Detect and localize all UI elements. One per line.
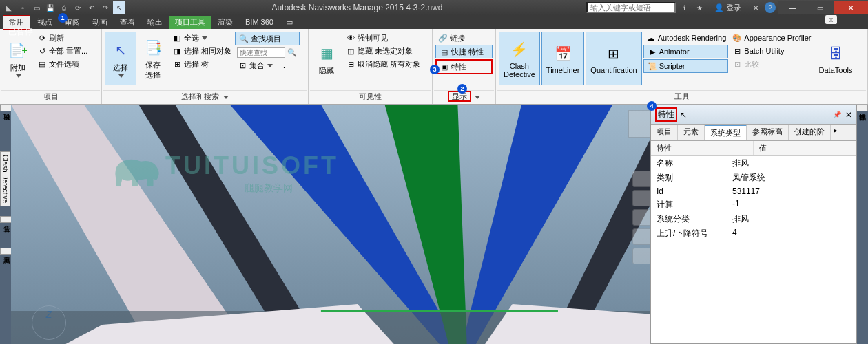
pan-icon[interactable] — [632, 190, 652, 206]
star-icon[interactable]: ★ — [694, 1, 706, 14]
print-icon[interactable]: ⎙ — [58, 1, 70, 14]
tab-render[interactable]: 渲染 — [212, 16, 238, 29]
prop-key: 计算 — [657, 199, 732, 211]
refresh-icon[interactable]: ⟳ — [72, 1, 84, 14]
calendar-icon: 📅 — [552, 43, 574, 65]
prop-tab-systype[interactable]: 系统类型 — [705, 125, 747, 140]
orbit-icon[interactable] — [632, 228, 652, 245]
side-tab-clash[interactable]: Clash Detective — [0, 151, 10, 206]
refresh-icon: ⟳ — [37, 32, 48, 43]
look-icon[interactable] — [632, 248, 652, 264]
redo-icon[interactable]: ↷ — [99, 1, 112, 14]
unhide-all-button[interactable]: ⊟取消隐藏 所有对象 — [343, 58, 422, 70]
panel-title-visibility: 可见性 — [310, 90, 431, 103]
app-menu-icon[interactable]: ◣ — [3, 1, 15, 14]
reset-all-button[interactable]: ↺全部 重置... — [34, 45, 90, 57]
title-right: ℹ ★ 👤 登录 ✕ ? — [676, 1, 778, 14]
select-same-button[interactable]: ◨选择 相同对象 — [169, 45, 234, 57]
prop-val: 排风 — [732, 213, 749, 225]
prop-val: 风管系统 — [732, 172, 765, 184]
maximize-button[interactable]: ▭ — [806, 1, 834, 14]
titlebar: ◣ ▫ ▭ 💾 ⎙ ⟳ ↶ ↷ ↖ Autodesk Navisworks Ma… — [0, 0, 868, 15]
file-options-button[interactable]: ▤文件选项 — [34, 58, 90, 70]
find-icon: 🔍 — [238, 33, 249, 44]
open-icon[interactable]: ▭ — [30, 1, 43, 14]
tree-icon: ⊞ — [172, 58, 183, 69]
sets-button[interactable]: ⊡集合 ⋮ — [235, 59, 300, 72]
sets-icon: ⊡ — [237, 60, 248, 71]
property-row[interactable]: 类别风管系统 — [651, 171, 856, 185]
property-row[interactable]: 名称排风 — [651, 156, 856, 171]
prop-tab-phase[interactable]: 创建的阶 — [789, 125, 831, 140]
attach-icon: 📄+ — [7, 39, 29, 61]
links-button[interactable]: 🔗链接 — [435, 32, 493, 44]
autodesk-rendering-button[interactable]: ☁Autodesk Rendering — [643, 32, 729, 44]
refresh-button[interactable]: ⟳刷新 — [34, 32, 90, 44]
info-icon[interactable]: ℹ — [679, 1, 691, 14]
minimize-button[interactable]: — — [778, 1, 806, 14]
select-button[interactable]: ↖ 选择 — [105, 32, 136, 85]
timeliner-button[interactable]: 📅 TimeLiner — [541, 32, 585, 85]
selection-tree-button[interactable]: ⊞选择 树 — [169, 58, 234, 70]
badge-4: 4 — [647, 101, 657, 111]
save-selection-button[interactable]: 📑 保存 选择 — [138, 32, 168, 85]
cursor-icon[interactable]: ↖ — [113, 1, 125, 14]
appearance-profiler-button[interactable]: 🎨Appearance Profiler — [730, 32, 813, 44]
close-button[interactable]: ✕ — [834, 1, 868, 14]
property-row[interactable]: 上升/下降符号4 — [651, 226, 856, 241]
prop-tab-element[interactable]: 元素 — [678, 125, 705, 140]
close-tab-x[interactable]: x — [825, 15, 837, 24]
quick-props-button[interactable]: ▤快捷 特性 — [435, 45, 493, 58]
prop-tab-item[interactable]: 项目 — [651, 125, 678, 140]
force-visible-button[interactable]: 👁强制可见 — [343, 32, 422, 44]
tab-anim[interactable]: 动画 — [87, 16, 113, 29]
attach-button[interactable]: 📄+ 附加 — [3, 32, 33, 85]
tab-output[interactable]: 输出 — [142, 16, 168, 29]
save-icon[interactable]: 💾 — [44, 1, 56, 14]
tab-video-icon[interactable]: ▭ — [280, 17, 298, 28]
clash-detective-button[interactable]: ⚡ Clash Detective — [499, 32, 540, 85]
db-icon: 🗄 — [825, 43, 847, 65]
property-row[interactable]: 系统分类排风 — [651, 212, 856, 226]
help-icon[interactable]: ? — [765, 2, 776, 13]
hide-unselected-button[interactable]: ◫隐藏 未选定对象 — [343, 45, 422, 57]
prop-tab-ref[interactable]: 参照标高 — [747, 125, 789, 140]
hide-button[interactable]: ▦ 隐藏 — [311, 32, 342, 85]
tab-project-tools[interactable]: 项目工具 — [169, 16, 211, 29]
search-icon[interactable]: 🔍 — [287, 47, 298, 58]
pin-icon[interactable]: 📌 — [833, 111, 841, 118]
zoom-icon[interactable] — [632, 209, 652, 226]
exchange-icon[interactable]: ✕ — [750, 1, 762, 14]
scripter-button[interactable]: 📜Scripter — [643, 59, 729, 73]
save-sel-icon: 📑 — [142, 36, 164, 58]
ribbon-tabs: 常用 视点 审阅 动画 查看 输出 项目工具 渲染 BIM 360 ▭ — [0, 15, 868, 29]
find-items-button[interactable]: 🔍查找项目 — [235, 32, 300, 45]
batch-utility-button[interactable]: ⊟Batch Utility — [730, 45, 813, 57]
quick-find-input[interactable] — [237, 47, 285, 58]
prop-key: 上升/下降符号 — [657, 228, 732, 239]
tab-bim360[interactable]: BIM 360 — [240, 17, 279, 28]
tab-scroll-right-icon[interactable]: ▸ — [831, 125, 840, 140]
new-icon[interactable]: ▫ — [17, 1, 29, 14]
datatools-button[interactable]: 🗄 DataTools — [815, 32, 857, 85]
compass-widget[interactable]: Z — [32, 305, 66, 340]
filter-icon[interactable]: ⋮ — [278, 60, 289, 71]
select-all-button[interactable]: ◧全选 — [169, 32, 234, 44]
animator-button[interactable]: ▶Animator — [643, 45, 729, 58]
tab-view[interactable]: 视点 — [32, 16, 58, 29]
nav-wheel-icon[interactable] — [632, 171, 652, 187]
undo-icon[interactable]: ↶ — [85, 1, 98, 14]
tab-look[interactable]: 查看 — [114, 16, 141, 29]
quant-icon: ⊞ — [603, 43, 625, 65]
search-input[interactable] — [586, 2, 676, 13]
panel-visibility: ▦ 隐藏 👁强制可见 ◫隐藏 未选定对象 ⊟取消隐藏 所有对象 可见性 — [309, 29, 433, 104]
property-row[interactable]: Id531117 — [651, 185, 856, 197]
panel-close-button[interactable]: ✕ — [845, 110, 852, 120]
quantification-button[interactable]: ⊞ Quantification — [586, 32, 641, 85]
badge-2: 2 — [457, 84, 467, 94]
login-button[interactable]: 👤 登录 — [709, 3, 747, 13]
property-row[interactable]: 计算-1 — [651, 197, 856, 212]
properties-button[interactable]: ▣特性 — [435, 59, 493, 74]
window-controls: — ▭ ✕ — [778, 1, 868, 14]
side-tab-saved-views[interactable]: 保存的视点 — [856, 105, 868, 111]
